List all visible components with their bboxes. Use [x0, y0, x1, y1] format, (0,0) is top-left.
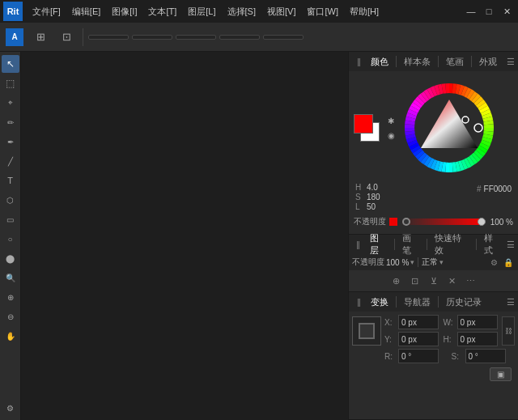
w-field: W:	[444, 315, 499, 329]
opacity-row: 不透明度 100 %	[354, 214, 513, 229]
tab-history[interactable]: 历史记录	[441, 295, 486, 310]
r-field: R:	[384, 349, 448, 363]
transform-chain-btn[interactable]: ⛓	[502, 316, 515, 346]
duplicate-layer-btn[interactable]: ⊡	[407, 273, 423, 289]
color-panel-icon: ‖	[352, 55, 365, 68]
tab-styles[interactable]: 样式	[479, 231, 506, 258]
h-input[interactable]	[457, 332, 498, 346]
transform-icon-inner	[359, 323, 375, 339]
maximize-button[interactable]: □	[481, 3, 497, 19]
layers-sep-3	[476, 239, 477, 250]
transform-fields-right: W: H:	[444, 315, 499, 346]
tab-effects[interactable]: 快速特效	[430, 231, 473, 258]
s-value: 180	[367, 193, 380, 202]
tab-brush[interactable]: 画笔	[397, 231, 424, 258]
color-panel-menu[interactable]: ☰	[507, 57, 515, 67]
tab-layers[interactable]: 图层	[365, 231, 392, 258]
tool-rect[interactable]: ▭	[2, 210, 19, 228]
canvas-area[interactable]	[21, 52, 348, 420]
tool-pen[interactable]: ✒	[2, 133, 19, 151]
delete-layer-btn[interactable]: ✕	[444, 273, 461, 289]
more-layer-btn[interactable]: ⋯	[463, 273, 479, 289]
layers-opacity-value[interactable]: 100 %	[386, 258, 409, 267]
s-input[interactable]	[465, 349, 506, 363]
tool-marquee[interactable]: ⬚	[2, 74, 19, 92]
blend-mode-control: 正常	[422, 257, 438, 268]
menu-select[interactable]: 选择[S]	[223, 4, 261, 19]
color-swatches	[354, 114, 381, 142]
tool-select[interactable]: ↖	[2, 55, 19, 73]
tab-navigator[interactable]: 导航器	[399, 295, 435, 310]
foreground-swatch[interactable]	[354, 114, 373, 134]
x-label: X:	[384, 318, 396, 327]
close-button[interactable]: ✕	[499, 3, 515, 19]
eyedropper-icon[interactable]: ✱	[384, 114, 397, 127]
tab-sep-3	[471, 56, 472, 67]
blend-mode-value[interactable]: 正常	[422, 257, 438, 268]
menu-help[interactable]: 帮助[H]	[345, 4, 384, 19]
transform-fields-left: X: Y:	[384, 315, 440, 346]
layers-lock-btn[interactable]: 🔒	[502, 256, 515, 269]
h-value: 4.0	[367, 183, 378, 192]
toolbar-layout-icon[interactable]: ⊡	[55, 26, 78, 49]
minimize-button[interactable]: —	[463, 3, 479, 19]
merge-layer-btn[interactable]: ⊻	[426, 273, 442, 289]
menu-layer[interactable]: 图层[L]	[183, 4, 220, 19]
y-field: Y:	[384, 332, 440, 346]
tab-color[interactable]: 颜色	[366, 54, 393, 70]
add-layer-btn[interactable]: ⊕	[388, 273, 405, 289]
opacity-slider[interactable]	[401, 218, 484, 225]
apply-transform-btn[interactable]: ▣	[490, 367, 512, 381]
color-wheel-container[interactable]	[401, 76, 498, 180]
tab-transform[interactable]: 变换	[366, 295, 393, 310]
tool-shape[interactable]: ⬡	[2, 191, 19, 209]
transform-tabs: ‖ 变换 导航器 历史记录 ☰	[349, 292, 518, 312]
tool-hand[interactable]: ✋	[2, 327, 19, 345]
menu-window[interactable]: 窗口[W]	[302, 4, 343, 19]
opacity-dropdown[interactable]: ▾	[410, 258, 414, 266]
toolbar-grid-icon[interactable]: ⊞	[29, 26, 52, 49]
tool-brush[interactable]: ✏	[2, 113, 19, 131]
layers-settings-btn[interactable]: ⚙	[487, 256, 500, 269]
x-input[interactable]	[398, 315, 439, 329]
tool-zoom-in[interactable]: ⊕	[2, 288, 19, 306]
s-field: S:	[452, 349, 516, 363]
menu-image[interactable]: 图像[I]	[107, 4, 142, 19]
tab-swatches[interactable]: 样本条	[399, 54, 435, 70]
palette-icon[interactable]: ◉	[384, 129, 397, 142]
tool-zoom[interactable]: 🔍	[2, 269, 19, 286]
menu-text[interactable]: 文本[T]	[143, 4, 181, 19]
toolbar-label-1	[88, 35, 129, 40]
y-input[interactable]	[398, 332, 439, 346]
color-tools-row: ✱ ◉	[354, 76, 513, 180]
menu-edit[interactable]: 编辑[E]	[67, 4, 105, 19]
toolbar-divider-1	[83, 28, 83, 46]
transform-sep-2	[438, 296, 439, 308]
y-label: Y:	[384, 335, 396, 344]
r-input[interactable]	[398, 349, 439, 363]
blend-dropdown[interactable]: ▾	[439, 258, 444, 266]
tool-crop[interactable]: ⌖	[2, 94, 19, 112]
hex-value[interactable]: FF0000	[484, 185, 512, 193]
w-input[interactable]	[457, 315, 498, 329]
tool-fill[interactable]: ⬤	[2, 249, 19, 267]
tab-appearance[interactable]: 外观	[474, 54, 502, 70]
s-label: S:	[452, 352, 463, 361]
transform-panel-menu[interactable]: ☰	[507, 297, 515, 308]
toolbar-label-3	[176, 35, 216, 40]
tool-settings[interactable]: ⚙	[2, 399, 19, 417]
tool-text[interactable]: T	[2, 172, 19, 189]
tool-line[interactable]: ╱	[2, 152, 19, 170]
tab-stroke[interactable]: 笔画	[441, 54, 469, 70]
r-label: R:	[384, 352, 396, 361]
layers-section: ‖ 图层 画笔 快速特效 样式 ☰ 不透明度 100 % ▾	[349, 235, 518, 292]
layers-panel-menu[interactable]: ☰	[507, 240, 515, 250]
tool-zoom-out[interactable]: ⊖	[2, 308, 19, 325]
color-wheel[interactable]	[401, 79, 498, 176]
menu-view[interactable]: 视图[V]	[262, 4, 300, 19]
tool-ellipse[interactable]: ○	[2, 230, 19, 248]
layers-opacity-label: 不透明度	[352, 257, 384, 268]
menu-file[interactable]: 文件[F]	[28, 4, 66, 19]
transform-section: ‖ 变换 导航器 历史记录 ☰ X:	[349, 292, 518, 420]
toolbar-app-icon[interactable]: A	[3, 26, 26, 49]
